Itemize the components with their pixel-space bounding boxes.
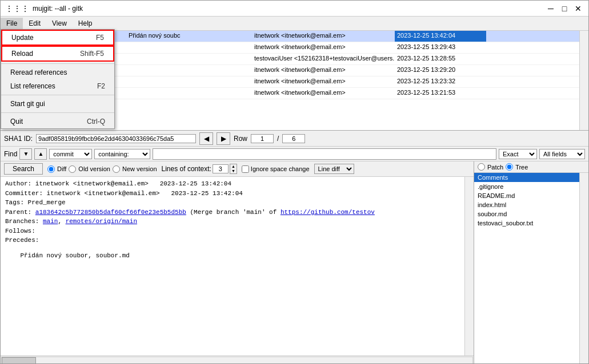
tree-label: Tree (515, 164, 528, 171)
sha-label: SHA1 ID: (4, 135, 33, 143)
sha-input[interactable] (36, 134, 196, 143)
minimize-button[interactable]: ─ (545, 3, 556, 14)
exact-select[interactable]: Exact IgnCase Regexp (499, 149, 537, 159)
diff-scroll-track (1, 357, 473, 363)
branch-main-link[interactable]: main (43, 218, 58, 225)
diff-pane: Search Diff Old version New version Line… (1, 161, 474, 363)
precedes-line: Precedes: (5, 236, 460, 245)
menu-bar: File Edit View Help Update F5 Reload Shi… (1, 17, 588, 31)
menu-item-startgitgui[interactable]: Start git gui (1, 97, 114, 111)
tree-radio[interactable] (506, 163, 513, 171)
diff-scrollbar[interactable] (464, 177, 474, 355)
row-current-input[interactable] (251, 134, 274, 143)
file-item-index[interactable]: index.html (474, 200, 579, 209)
commit-msg-0: Přidán nový soubc (126, 31, 252, 42)
diff-h-scrollbar[interactable] (1, 355, 474, 363)
window-controls: ─ □ ✕ (545, 3, 584, 14)
menu-item-quit[interactable]: Quit Ctrl-Q (1, 115, 114, 128)
patch-label: Patch (487, 164, 503, 171)
title-bar: ⋮⋮⋮ mujgit: --all - gitk ─ □ ✕ (1, 1, 588, 17)
new-version-radio-label: New version (122, 165, 157, 172)
diff-radio[interactable] (47, 165, 55, 173)
menu-edit[interactable]: Edit (23, 18, 46, 29)
find-input[interactable] (153, 148, 496, 160)
branches-line: Branches: main, remotes/origin/main (5, 217, 460, 227)
commits-scrollbar[interactable] (579, 31, 588, 130)
menu-item-reload[interactable]: Reload Shift-F5 (1, 46, 114, 62)
author-line: Author: itnetwork <itnetwork@email.em> 2… (5, 179, 460, 189)
commit-msg-2 (126, 54, 252, 64)
commit-date-2: 2023-12-25 13:28:55 (395, 54, 486, 64)
find-type-select[interactable]: commit author committer (49, 149, 92, 159)
files-toolbar: Patch Tree (474, 161, 588, 173)
file-dropdown-menu: Update F5 Reload Shift-F5 Reread referen… (1, 29, 115, 129)
search-button[interactable]: Search (4, 163, 43, 175)
file-item-readme[interactable]: README.md (474, 191, 579, 200)
ignore-space-checkbox[interactable] (242, 165, 249, 173)
commit-author-3: itnetwork <itnetwork@email.em> (252, 65, 395, 76)
diff-radio-label: Diff (57, 165, 66, 172)
row-total-input[interactable] (282, 134, 305, 143)
file-item-testovaci[interactable]: testovaci_soubor.txt (474, 219, 579, 228)
files-pane: Patch Tree Comments .gitignore README.md… (474, 161, 588, 363)
commit-date-3: 2023-12-25 13:29:20 (395, 65, 486, 76)
parent-url-link[interactable]: https://github.com/testov (281, 209, 375, 216)
separator-1 (1, 63, 114, 64)
diff-scroll-thumb[interactable] (2, 357, 36, 363)
old-version-radio[interactable] (69, 165, 76, 173)
menu-item-reread[interactable]: Reread references (1, 66, 114, 79)
find-row: Find ▼ ▲ commit author committer contain… (1, 147, 588, 161)
next-nav-button[interactable]: ▶ (217, 132, 230, 145)
commit-date-5: 2023-12-25 13:21:53 (395, 88, 486, 99)
maximize-button[interactable]: □ (559, 3, 570, 14)
context-up-button[interactable]: ▲ (230, 164, 237, 169)
commit-author-5: itnetwork <itnetwork@email.em> (252, 88, 395, 99)
parent-line: Parent: a183642c5b772850b5daf60cf66f0e23… (5, 208, 460, 217)
patch-tree-group: Patch Tree (478, 163, 528, 171)
commit-msg-1 (126, 42, 252, 53)
line-diff-select[interactable]: Line diff Word diff Markup (314, 164, 354, 174)
prev-nav-button[interactable]: ◀ (199, 132, 213, 145)
file-item-comments[interactable]: Comments (474, 173, 579, 182)
bottom-pane: Search Diff Old version New version Line… (1, 161, 588, 363)
lines-of-context-label: Lines of context: (162, 165, 211, 173)
menu-view[interactable]: View (46, 18, 73, 29)
title-bar-left: ⋮⋮⋮ mujgit: --all - gitk (5, 4, 83, 13)
app-icon: ⋮⋮⋮ (5, 4, 29, 13)
tags-line: Tags: Pred_merge (5, 198, 460, 208)
context-input[interactable] (213, 164, 229, 173)
file-item-gitignore[interactable]: .gitignore (474, 182, 579, 191)
commit-author-0: itnetwork <itnetwork@email.em> (252, 31, 395, 42)
committer-line: Committer: itnetwork <itnetwork@email.em… (5, 189, 460, 199)
sha-row: SHA1 ID: ◀ ▶ Row / (1, 131, 588, 147)
ignore-space-label: Ignore space change (251, 165, 310, 172)
commit-message-line: Přidán nový soubor, soubor.md (5, 251, 460, 261)
old-version-radio-label: Old version (78, 165, 110, 172)
commit-date-0: 2023-12-25 13:42:04 (395, 31, 486, 42)
diff-radio-group: Diff Old version New version (47, 165, 157, 173)
fields-select[interactable]: All fields Headline Comments Author Comm… (539, 149, 585, 159)
find-up-button[interactable]: ▲ (34, 148, 47, 160)
context-down-button[interactable]: ▼ (230, 169, 237, 173)
menu-item-update[interactable]: Update F5 (1, 30, 114, 46)
menu-item-list[interactable]: List references F2 (1, 79, 114, 93)
find-containing-select[interactable]: containing: not containing: (94, 149, 150, 159)
diff-toolbar: Search Diff Old version New version Line… (1, 161, 474, 177)
close-button[interactable]: ✕ (572, 3, 584, 14)
ignore-space-group: Ignore space change (242, 165, 310, 173)
context-lines-group: Lines of context: ▲ ▼ (162, 164, 237, 174)
find-down-button[interactable]: ▼ (19, 148, 32, 160)
commit-msg-3 (126, 65, 252, 76)
commit-date-4: 2023-12-25 13:23:32 (395, 76, 486, 87)
follows-line: Follows: (5, 227, 460, 236)
parent-hash-link[interactable]: a183642c5b772850b5daf60cf66f0e23e5b5d5bb (35, 209, 186, 216)
patch-radio[interactable] (478, 163, 485, 171)
files-scrollbar[interactable] (579, 173, 588, 363)
menu-help[interactable]: Help (73, 18, 98, 29)
main-window: ⋮⋮⋮ mujgit: --all - gitk ─ □ ✕ File Edit… (0, 0, 589, 364)
branch-origin-main-link[interactable]: remotes/origin/main (66, 218, 137, 225)
file-item-soubor[interactable]: soubor.md (474, 209, 579, 219)
new-version-radio[interactable] (113, 165, 120, 173)
menu-file[interactable]: File (1, 18, 23, 29)
diff-content: Author: itnetwork <itnetwork@email.em> 2… (1, 177, 464, 355)
